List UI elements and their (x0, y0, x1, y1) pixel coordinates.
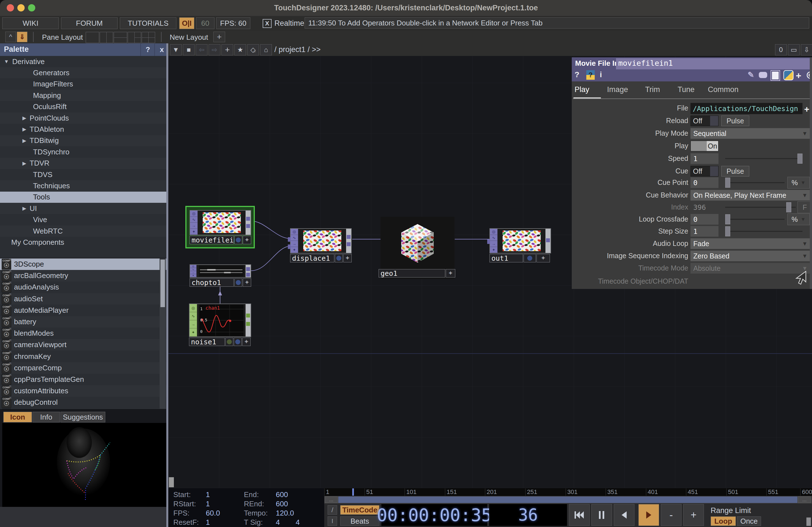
collapse-arrow-icon[interactable]: ▶ (23, 138, 26, 144)
pane-divider[interactable] (166, 43, 168, 527)
window-resize-grip[interactable] (807, 517, 811, 526)
pane-layout-single[interactable] (86, 32, 99, 43)
add-parameter-icon[interactable]: + (796, 70, 801, 81)
node-sparkle-icon[interactable]: ✦ (536, 254, 550, 262)
viewer-flag-icon[interactable]: ◎ (190, 211, 198, 217)
sidebar-item-tdbitwig[interactable]: ▶TDBitwig (0, 135, 166, 146)
output-connector[interactable] (246, 273, 250, 277)
info-icon[interactable]: i (600, 70, 602, 79)
sidebar-item-tdsynchro[interactable]: TDSynchro (0, 146, 166, 157)
operator-name-field[interactable]: moviefilein1 (616, 58, 812, 70)
list-item-audioset[interactable]: COMP◆audioSet (0, 293, 166, 305)
lock-flag-icon[interactable]: ✦ (291, 247, 298, 253)
new-layout-add-button[interactable]: + (213, 32, 225, 42)
slider-thumb[interactable] (797, 154, 802, 164)
output-connector[interactable] (246, 267, 250, 271)
slider-thumb[interactable] (725, 214, 730, 224)
tab-info[interactable]: Info (32, 412, 60, 422)
pane-layout-two-rows[interactable] (114, 32, 127, 43)
sidebar-item-oculusrift[interactable]: OculusRift (0, 101, 166, 112)
dropdown-select[interactable]: Absolute▼ (691, 263, 810, 274)
list-item-debugcontrol[interactable]: COMP◆debugControl (0, 397, 166, 408)
sidebar-item-generators[interactable]: Generators (0, 67, 166, 78)
tab-trim[interactable]: Trim (645, 85, 660, 94)
file-browse-icon[interactable]: + (804, 104, 810, 115)
list-item-customattributes[interactable]: COMP◆customAttributes (0, 385, 166, 397)
output-connector[interactable] (347, 235, 351, 239)
search-icon[interactable]: ◇○ (247, 44, 259, 55)
list-item-chromakey[interactable]: COMP◆chromaKey (0, 351, 166, 362)
list-item-cppparstemplategen[interactable]: COMP◆cppParsTemplateGen (0, 374, 166, 385)
node-sparkle-icon[interactable]: ✦ (242, 337, 251, 346)
lock-flag-icon[interactable]: ✦ (190, 328, 197, 336)
edit-pencil-icon[interactable]: ✎ (748, 70, 754, 79)
wiki-button[interactable]: WIKI (2, 17, 59, 29)
tab-icon[interactable]: Icon (3, 412, 32, 422)
midi-oi-toggle[interactable]: O|I (179, 17, 194, 29)
pane-menu-icon[interactable]: ▼ (170, 44, 182, 55)
ibeam-button[interactable]: I (328, 516, 337, 526)
dropdown-select[interactable]: Zero Based▼ (691, 251, 810, 261)
toggle-knob[interactable] (710, 166, 718, 176)
export-flag-icon[interactable]: → (490, 241, 497, 247)
toggle-switch[interactable]: Off (691, 116, 719, 126)
node-outputs[interactable] (246, 265, 251, 277)
sidebar-item-vive[interactable]: Vive (0, 214, 166, 225)
value-field[interactable]: 0 (691, 177, 719, 188)
file-path-field[interactable]: /Applications/TouchDesign (691, 103, 802, 114)
play-reverse-button[interactable] (614, 504, 635, 526)
sidebar-item-my-components[interactable]: My Components (0, 237, 166, 248)
network-breadcrumb[interactable]: / project1 / >> (274, 45, 321, 54)
python-expressions-icon[interactable] (783, 70, 794, 80)
parameter-scrollbar[interactable] (810, 57, 812, 289)
node-sparkle-icon[interactable]: ✦ (343, 254, 352, 262)
output-connector[interactable] (347, 242, 351, 246)
node-sparkle-icon[interactable]: ✦ (243, 278, 251, 287)
slider-track[interactable] (725, 219, 785, 220)
add-operator-icon[interactable]: + (221, 44, 233, 55)
timeline-ruler[interactable]: 151101151201251301351401451501551600 (324, 488, 812, 496)
tutorials-button[interactable]: TUTORIALS (120, 17, 176, 29)
dropdown-select[interactable]: Sequential▼ (691, 128, 810, 139)
output-connector[interactable] (246, 217, 250, 221)
bypass-flag-icon[interactable]: ∿ (490, 235, 497, 241)
input-connector[interactable] (288, 244, 291, 249)
list-item-blendmodes[interactable]: COMP◆blendModes (0, 328, 166, 339)
comment-bubble-icon[interactable] (759, 72, 767, 78)
beats-mode-button[interactable]: Beats (340, 516, 379, 526)
sidebar-item-tdableton[interactable]: ▶TDAbleton (0, 124, 166, 135)
list-item-audioanalysis[interactable]: COMP◆audioAnalysis (0, 282, 166, 293)
bypass-flag-icon[interactable]: ∿ (291, 235, 298, 241)
collapse-arrow-icon[interactable]: ▶ (23, 205, 26, 211)
value-field[interactable]: 0 (691, 214, 719, 225)
lock-flag-icon[interactable]: ✦ (490, 247, 497, 253)
list-item-3dscope[interactable]: COMP◆3DScope (0, 258, 166, 270)
tab-suggestions[interactable]: Suggestions (60, 412, 105, 422)
palette-list-scroll-thumb[interactable] (160, 260, 165, 307)
playhead[interactable] (352, 488, 354, 496)
export-flag-icon[interactable]: → (190, 271, 196, 274)
node-flags[interactable]: ◎ ∿ → ✦ (490, 229, 497, 253)
bookmark-icon[interactable]: ⇓ (17, 32, 27, 42)
node-sparkle-icon[interactable]: ✦ (243, 236, 251, 244)
node-sparkle-icon[interactable]: ✦ (446, 269, 455, 277)
pulse-button[interactable]: Pulse (721, 166, 749, 177)
realtime-checkbox[interactable]: X (263, 19, 272, 28)
jump-to-start-button[interactable] (569, 504, 590, 526)
list-item-comparecomp[interactable]: COMP◆compareComp (0, 362, 166, 374)
node-outputs[interactable] (246, 304, 251, 336)
viewer-flag-icon[interactable]: ◎ (190, 304, 197, 312)
viewer-flag-icon[interactable]: ◎ (291, 229, 298, 235)
sidebar-item-pointclouds[interactable]: ▶PointClouds (0, 112, 166, 124)
value-field[interactable]: 1 (691, 153, 719, 164)
list-item-battery[interactable]: COMP◆battery (0, 316, 166, 328)
node-comment-dot[interactable] (234, 278, 242, 287)
viewer-flag-icon[interactable]: ◎ (490, 229, 497, 235)
node-name[interactable]: geo1 (379, 269, 445, 277)
list-item-automediaplayer[interactable]: COMP◆autoMediaPlayer (0, 305, 166, 316)
sidebar-item-derivative[interactable]: ▼Derivative (0, 56, 166, 67)
output-connector[interactable] (246, 322, 250, 326)
dropdown-select[interactable]: On Release, Play Next Frame▼ (691, 190, 810, 200)
step-forward-button[interactable]: + (683, 504, 704, 526)
node-name[interactable]: noise1 (189, 337, 225, 346)
